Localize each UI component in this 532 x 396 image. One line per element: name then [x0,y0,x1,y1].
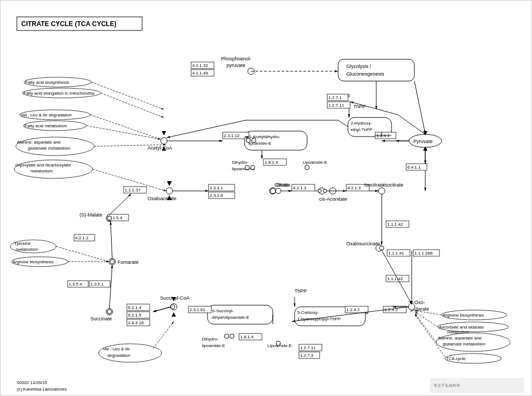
svg-text:1.3.5.1: 1.3.5.1 [90,282,104,287]
svg-text:1.1.1.286: 1.1.1.286 [414,251,433,256]
svg-text:4.1.1.49: 4.1.1.49 [192,71,208,76]
svg-text:Fatty acid biosynthesis: Fatty acid biosynthesis [25,80,69,85]
svg-text:1.8.1.4: 1.8.1.4 [240,335,254,339]
svg-point-136 [107,310,112,314]
svg-text:Dihydro-: Dihydro- [202,337,219,342]
svg-text:6.2.1.4: 6.2.1.4 [128,305,142,310]
svg-text:2-Hydroxy-: 2-Hydroxy- [351,121,372,126]
svg-point-126 [323,189,327,193]
svg-text:Arginine biosynthesis: Arginine biosynthesis [13,259,54,264]
svg-point-209 [276,341,280,345]
svg-point-196 [250,165,255,170]
svg-line-158 [87,126,161,139]
svg-text:Succinate: Succinate [90,316,112,321]
svg-line-177 [153,321,174,349]
svg-point-30 [166,188,173,194]
svg-point-37 [378,188,385,194]
svg-text:Fatty acid metabolism: Fatty acid metabolism [25,123,67,128]
svg-text:lipoamide-E: lipoamide-E [202,343,225,348]
svg-text:metabolism: metabolism [30,169,53,174]
svg-point-207 [224,334,229,338]
svg-text:Acetyl-CoA: Acetyl-CoA [148,145,172,151]
svg-text:(S)-Malate: (S)-Malate [80,212,102,218]
svg-text:degradation: degradation [107,353,130,358]
svg-line-188 [415,313,436,342]
footer-line2: (c) Kanehisa Laboratories [17,387,67,392]
svg-text:glutamate metabolism: glutamate metabolism [28,146,71,151]
svg-text:Dihydro-: Dihydro- [232,160,249,165]
footer-line1: 00020 11/26/15 [17,380,47,385]
svg-text:Alanine, aspartate and: Alanine, aspartate and [438,336,481,341]
svg-text:4.2.1.3: 4.2.1.3 [347,185,361,190]
svg-text:Tyrosine: Tyrosine [14,241,31,246]
svg-line-118 [414,81,425,134]
svg-point-195 [245,165,249,170]
svg-text:1-hydroxypropyl-ThPP: 1-hydroxypropyl-ThPP [297,317,341,321]
svg-text:专注于生命科学: 专注于生命科学 [433,383,460,388]
svg-text:2.3.1.12: 2.3.1.12 [224,133,240,138]
svg-line-149 [91,82,164,109]
svg-point-208 [230,334,234,338]
svg-line-137 [111,221,112,258]
svg-point-192 [246,138,250,143]
svg-text:1.2.7.11: 1.2.7.11 [300,345,316,350]
diagram-area: CITRATE CYCLE (TCA CYCLE) Glycolysis / G… [1,1,531,395]
svg-text:Isocitrate: Isocitrate [383,182,403,188]
svg-text:Fatty acid elongation in mitoc: Fatty acid elongation in mitochondria [23,91,95,96]
svg-text:1.2.7.1: 1.2.7.1 [328,95,342,100]
svg-text:Phosphoenol-: Phosphoenol- [221,56,252,61]
svg-text:1.1.1.41: 1.1.1.41 [388,251,404,256]
svg-line-205 [153,307,172,312]
svg-marker-211 [172,312,176,317]
svg-text:1.3.5.4: 1.3.5.4 [69,282,82,287]
svg-point-193 [252,138,256,143]
svg-text:Arginine biosynthesis: Arginine biosynthesis [443,313,484,318]
svg-text:1.1.1.42: 1.1.1.42 [387,276,403,281]
svg-text:2.8.3.18: 2.8.3.18 [128,320,144,325]
svg-line-155 [90,115,161,139]
svg-text:3-Carboxy-: 3-Carboxy- [297,310,319,315]
svg-text:4.2.1.2: 4.2.1.2 [75,236,89,240]
svg-text:dihydrolipoamide-E: dihydrolipoamide-E [212,315,249,320]
svg-text:Alanine, aspartate and: Alanine, aspartate and [17,140,60,145]
svg-text:Ascorbate and aldarate: Ascorbate and aldarate [439,325,484,330]
svg-point-138 [110,259,114,264]
svg-text:Fumarate: Fumarate [118,259,139,265]
svg-text:TCA cycle: TCA cycle [446,356,466,361]
svg-point-219 [276,188,281,194]
svg-text:1.1.1.37: 1.1.1.37 [125,188,140,193]
svg-text:cis-Aconitate: cis-Aconitate [319,196,347,202]
svg-point-197 [305,165,309,170]
svg-text:Gluconeogenesis: Gluconeogenesis [346,71,384,77]
svg-text:2.3.3.1: 2.3.3.1 [210,185,223,190]
svg-text:Oxaloacetate: Oxaloacetate [148,196,176,201]
svg-text:1.1.1.42: 1.1.1.42 [387,222,403,227]
svg-line-222 [398,115,425,134]
svg-text:Glyoxylate and dicarboxylate: Glyoxylate and dicarboxylate [15,163,71,168]
svg-line-226 [338,120,348,127]
svg-text:4.2.1.3: 4.2.1.3 [293,185,307,190]
svg-text:S-Succinyl-: S-Succinyl- [212,308,234,313]
svg-text:ThPP: ThPP [353,104,366,109]
main-container: CITRATE CYCLE (TCA CYCLE) Glycolysis / G… [0,0,532,396]
svg-point-28 [161,138,167,144]
svg-text:Val , Leu & Ile: Val , Leu & Ile [103,346,130,351]
svg-text:glutamate metabolism: glutamate metabolism [443,342,486,346]
svg-point-130 [380,246,384,250]
svg-text:metabolism: metabolism [16,247,38,252]
svg-text:4.1.1.32: 4.1.1.32 [192,63,208,68]
svg-marker-143 [162,131,166,135]
svg-rect-1 [338,59,414,81]
svg-text:1.2.7.3: 1.2.7.3 [300,353,314,358]
svg-point-125 [318,189,321,193]
svg-line-139 [109,194,131,215]
diagram-title: CITRATE CYCLE (TCA CYCLE) [21,20,117,28]
svg-text:2.3.1.61: 2.3.1.61 [189,307,205,312]
svg-text:Glycolysis /: Glycolysis / [346,64,371,69]
svg-text:1.2.7.11: 1.2.7.11 [328,103,344,108]
svg-text:2.3.3.8: 2.3.3.8 [210,193,223,198]
svg-text:Oxalosuccinate: Oxalosuccinate [346,241,380,246]
svg-point-140 [107,216,112,220]
svg-text:Lipoamide-E: Lipoamide-E [303,160,327,165]
svg-point-218 [270,188,276,194]
